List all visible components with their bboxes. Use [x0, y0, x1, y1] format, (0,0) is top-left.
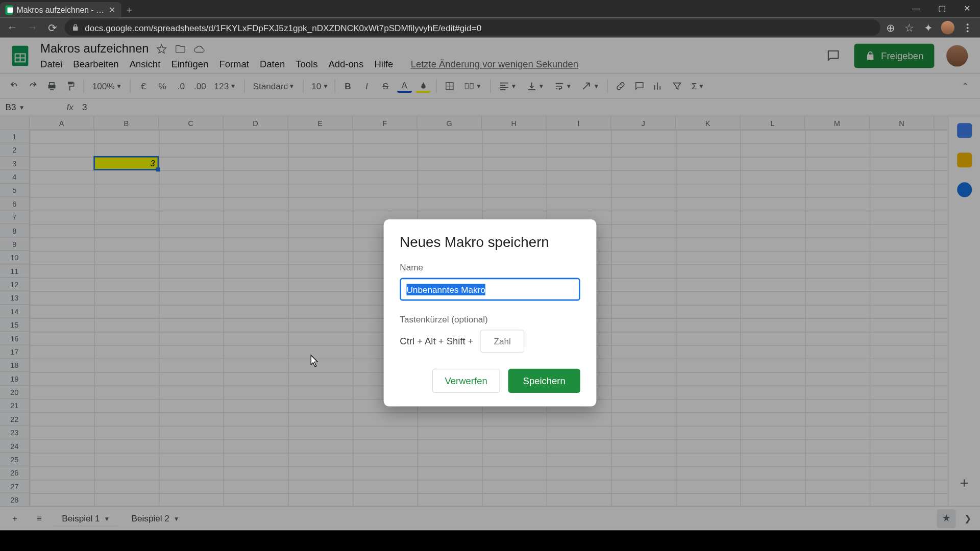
browser-address-bar: ← → ⟳ docs.google.com/spreadsheets/d/1FK…: [0, 17, 980, 38]
name-field-label: Name: [400, 262, 580, 272]
shortcut-prefix-text: Ctrl + Alt + Shift +: [400, 336, 473, 346]
browser-tab[interactable]: Makros aufzeichnen - Google Ta ✕: [0, 2, 121, 17]
lock-icon: [71, 23, 80, 32]
shortcut-field-label: Tastenkürzel (optional): [400, 314, 580, 324]
back-button[interactable]: ←: [4, 19, 20, 36]
forward-button[interactable]: →: [24, 19, 40, 36]
sheets-favicon: [6, 5, 13, 14]
window-maximize-button[interactable]: ▢: [929, 0, 954, 17]
shortcut-number-input[interactable]: [480, 330, 525, 353]
discard-button[interactable]: Verwerfen: [432, 369, 500, 393]
window-close-button[interactable]: ✕: [954, 0, 980, 17]
reload-button[interactable]: ⟳: [44, 19, 61, 36]
browser-titlebar: Makros aufzeichnen - Google Ta ✕ ＋ ― ▢ ✕: [0, 0, 980, 17]
tab-close-icon[interactable]: ✕: [109, 5, 116, 14]
window-minimize-button[interactable]: ―: [903, 0, 929, 17]
modal-scrim: Neues Makro speichern Name Unbenanntes M…: [0, 38, 980, 530]
bookmark-star-icon[interactable]: ☆: [903, 21, 916, 34]
url-text: docs.google.com/spreadsheets/d/1FKYLxFDp…: [85, 22, 481, 33]
zoom-icon[interactable]: ⊕: [885, 21, 897, 34]
dialog-title: Neues Makro speichern: [400, 234, 580, 251]
save-button[interactable]: Speichern: [508, 369, 580, 393]
chrome-menu-button[interactable]: [961, 21, 973, 34]
url-input[interactable]: docs.google.com/spreadsheets/d/1FKYLxFDp…: [65, 19, 880, 36]
macro-name-input[interactable]: Unbenanntes Makro: [400, 278, 580, 301]
extensions-icon[interactable]: ✦: [922, 21, 935, 34]
tab-title: Makros aufzeichnen - Google Ta: [16, 5, 104, 14]
save-macro-dialog: Neues Makro speichern Name Unbenanntes M…: [384, 219, 597, 407]
new-tab-button[interactable]: ＋: [121, 2, 137, 17]
profile-avatar[interactable]: [941, 21, 954, 34]
